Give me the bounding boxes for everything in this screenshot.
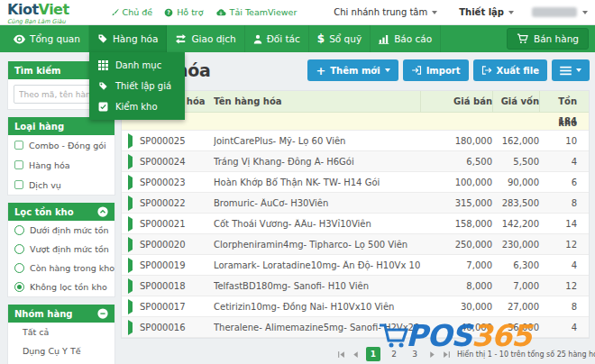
column-gia-von[interactable]: Giá vốn xyxy=(492,91,539,113)
table-row[interactable]: SP000016 Theralene- Alimemazine5mg- Sano… xyxy=(122,317,589,338)
table-summary-row: 184 xyxy=(122,113,589,131)
product-name: Theralene- Alimemazine5mg- Sanofi- H2Vx2… xyxy=(214,323,420,332)
dropdown-item-thiet-lap-gia[interactable]: Thiết lập giá xyxy=(89,76,185,96)
total-stock-value: 184 xyxy=(539,116,577,126)
stock-radio-option[interactable]: Không lọc tồn kho xyxy=(8,278,114,296)
table-row[interactable]: SP000019 Loramark- Loratadine10mg- Ấn Độ… xyxy=(122,255,589,276)
column-ton-kho[interactable]: Tồn kho xyxy=(539,91,589,113)
stock-radio-option[interactable]: Vượt định mức tồn xyxy=(8,240,114,259)
nav-item-hang-hoa[interactable]: Hàng hóa Danh mục Thiết lập giá Kiểm kho xyxy=(89,25,168,52)
row-expand-icon xyxy=(128,258,133,273)
product-code: SP000022 xyxy=(134,198,214,208)
column-gia-ban[interactable]: Giá bán xyxy=(420,91,492,113)
cloud-download-icon xyxy=(215,8,226,17)
help-link[interactable]: ? Hỗ trợ xyxy=(164,7,203,17)
stock-qty: 12 xyxy=(539,281,577,291)
price-tag-icon xyxy=(98,81,108,91)
page-number[interactable]: 2 xyxy=(387,347,401,361)
nav-item-doi-tac[interactable]: Đối tác xyxy=(245,25,309,52)
transfer-icon xyxy=(175,34,187,44)
branch-selector[interactable]: Chi nhánh trung tâm xyxy=(334,7,437,17)
first-page-button[interactable] xyxy=(337,350,345,359)
group-item[interactable]: Dụng Cụ Y Tế xyxy=(8,341,114,360)
sell-button[interactable]: Bán hàng xyxy=(507,28,589,50)
grid-icon xyxy=(98,60,108,70)
nav-item-tong-quan[interactable]: Tổng quan xyxy=(5,25,89,52)
row-expand-icon xyxy=(128,196,133,211)
radio-icon xyxy=(14,263,24,273)
collapse-icon[interactable] xyxy=(97,206,108,217)
stock-qty: 12 xyxy=(539,240,577,250)
settings-menu[interactable]: Thiết lập xyxy=(459,7,514,17)
page-number[interactable]: 3 xyxy=(407,347,422,361)
eye-icon xyxy=(14,34,25,44)
cart-icon xyxy=(517,33,528,44)
stock-radio-option[interactable]: Dưới định mức tồn xyxy=(8,221,114,240)
next-page-button[interactable] xyxy=(428,350,436,359)
table-row[interactable]: SP000024 Tráng Vị Khang- Đông Á- H6Gói 6… xyxy=(122,151,589,172)
main-nav: Tổng quan Hàng hóa Danh mục Thiết lập gi… xyxy=(0,25,595,52)
product-name: TelfastBD180mg- Sanofi- H10 Viên xyxy=(214,281,420,291)
type-filter-header[interactable]: Loại hàng xyxy=(8,117,114,135)
last-page-button[interactable] xyxy=(443,350,451,359)
page-number[interactable]: 1 xyxy=(366,347,380,361)
dropdown-item-danh-muc[interactable]: Danh mục xyxy=(89,55,185,76)
import-button[interactable]: Import xyxy=(403,59,469,81)
stock-qty: 4 xyxy=(539,323,577,332)
page-numbers: 123 xyxy=(366,347,422,361)
product-code: SP000019 xyxy=(134,260,214,270)
nav-item-so-quy[interactable]: $ Sổ quỹ xyxy=(309,25,371,52)
sell-price: 40,000 xyxy=(420,323,492,332)
list-icon xyxy=(560,66,572,76)
nav-item-giao-dich[interactable]: Giao dịch xyxy=(167,25,244,52)
stock-qty: 8 xyxy=(539,198,577,208)
brush-icon xyxy=(110,8,119,17)
table-row[interactable]: SP000023 Hoàn Khớp Bổ Thận NK- TW- H14 G… xyxy=(122,172,589,193)
column-list-button[interactable] xyxy=(552,59,590,81)
table-row[interactable]: SP000017 Cetirizin10mg- Đồng Nai- H10Vx1… xyxy=(122,296,589,317)
help-icon: ? xyxy=(164,8,173,17)
collapse-icon[interactable] xyxy=(97,308,108,319)
chevron-down-icon xyxy=(385,68,390,72)
theme-link[interactable]: Chủ đề xyxy=(110,7,153,17)
export-button[interactable]: Xuất file xyxy=(473,59,547,81)
sell-price: 30,000 xyxy=(420,302,492,312)
sell-price: 250,000 xyxy=(420,240,492,250)
stock-qty: 4 xyxy=(539,157,577,167)
chevron-down-icon xyxy=(508,11,514,14)
row-expand-icon xyxy=(128,320,133,335)
add-new-button[interactable]: + Thêm mới xyxy=(307,59,398,81)
stock-radio-option[interactable]: Còn hàng trong kho xyxy=(8,259,114,278)
column-ten-hang-hoa[interactable]: Tên hàng hóa xyxy=(214,96,420,106)
group-item[interactable]: Thực phẩm chức năng xyxy=(8,360,114,364)
product-name: Bromuric- ÂuCơ- H30Viên xyxy=(214,198,420,208)
nav-item-bao-cao[interactable]: Báo cáo xyxy=(371,25,441,52)
table-row[interactable]: SP000021 Cốt Thoái Vương- ÂÂu- H3Vỉ10Viê… xyxy=(122,214,589,234)
table-row[interactable]: SP000018 TelfastBD180mg- Sanofi- H10 Viê… xyxy=(122,276,589,296)
table-row[interactable]: SP000022 Bromuric- ÂuCơ- H30Viên 315,000… xyxy=(122,193,589,214)
product-code: SP000024 xyxy=(134,157,214,167)
radio-icon xyxy=(14,282,24,292)
group-filter-header[interactable]: Nhóm hàng xyxy=(8,305,114,323)
type-checkbox-option[interactable]: Dịch vụ xyxy=(8,175,114,195)
products-table: Mã hàng hóa Tên hàng hóa Giá bán Giá vốn… xyxy=(121,90,590,339)
type-checkbox-option[interactable]: Hàng hóa xyxy=(8,155,114,175)
prev-page-button[interactable] xyxy=(352,350,360,359)
plus-icon: + xyxy=(316,65,325,77)
sell-price: 100,000 xyxy=(420,177,492,187)
export-icon xyxy=(481,65,492,76)
table-row[interactable]: SP000025 JointCarePlus- Mỹ- Lọ 60 Viên 1… xyxy=(122,131,589,151)
stock-filter-header[interactable]: Lọc tồn kho xyxy=(8,203,114,221)
user-menu[interactable] xyxy=(532,7,588,17)
dropdown-item-kiem-kho[interactable]: Kiểm kho xyxy=(89,96,185,117)
table-row[interactable]: SP000020 Clorpheniramin4mg- Tipharco- Lọ… xyxy=(122,234,589,255)
cost-price: 90,000 xyxy=(492,177,539,187)
type-checkbox-option[interactable]: Combo - Đóng gói xyxy=(8,135,114,155)
stock-filter-card: Lọc tồn kho Dưới định mức tồn Vượt định … xyxy=(7,203,115,297)
teamviewer-link[interactable]: Tải TeamViewer xyxy=(215,7,298,17)
group-item[interactable]: Tất cả xyxy=(8,323,114,341)
hang-hoa-dropdown: Danh mục Thiết lập giá Kiểm kho xyxy=(89,52,185,120)
table-body: SP000025 JointCarePlus- Mỹ- Lọ 60 Viên 1… xyxy=(122,131,589,338)
row-expand-icon xyxy=(128,175,133,190)
sell-price: 315,000 xyxy=(420,198,492,208)
